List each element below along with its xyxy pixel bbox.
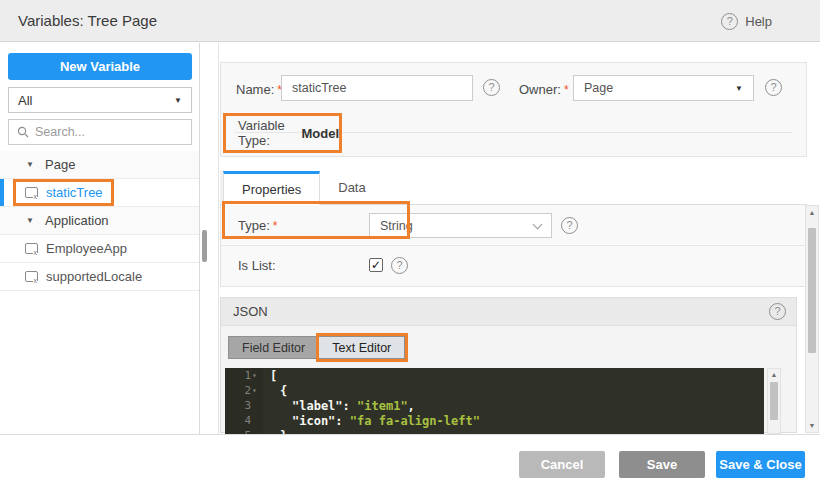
tree-group-application[interactable]: ▼ Application xyxy=(0,207,199,235)
code-line: 2▾ { xyxy=(225,383,764,398)
owner-value: Page xyxy=(584,81,613,95)
owner-select[interactable]: Page ▼ xyxy=(573,75,754,101)
panel-scrollbar-thumb[interactable] xyxy=(808,228,816,353)
tree-item-supportedlocale[interactable]: supportedLocale xyxy=(0,263,199,291)
json-title: JSON xyxy=(233,304,268,319)
caret-down-icon: ▼ xyxy=(26,216,38,225)
name-input[interactable] xyxy=(281,75,473,101)
type-value: String xyxy=(380,219,413,233)
dialog-footer: Cancel Save Save & Close xyxy=(0,434,820,491)
json-section-header: JSON xyxy=(221,298,796,326)
properties-panel: Type:* String Is List: xyxy=(220,205,807,287)
tree-group-page[interactable]: ▼ Page xyxy=(0,151,199,179)
tab-data[interactable]: Data xyxy=(320,170,383,204)
help-button[interactable]: Help xyxy=(721,0,772,42)
save-close-button[interactable]: Save & Close xyxy=(716,451,805,478)
variable-type-label: Variable Type: xyxy=(238,118,293,148)
search-icon xyxy=(17,126,29,138)
cancel-button[interactable]: Cancel xyxy=(519,451,605,478)
text-editor-highlight-box: Text Editor xyxy=(316,333,408,362)
chevron-down-icon xyxy=(533,219,543,229)
caret-down-icon: ▼ xyxy=(735,84,743,93)
editor-scrollbar-thumb[interactable] xyxy=(770,382,778,420)
variable-filter-value: All xyxy=(18,93,32,108)
variable-icon xyxy=(25,243,38,254)
save-button[interactable]: Save xyxy=(619,451,705,478)
type-row: Type:* String xyxy=(221,205,806,245)
variable-summary-form: Name:* Owner:* Page ▼ Variable Type: Mod… xyxy=(220,62,807,157)
tree-item-statictree[interactable]: staticTree xyxy=(0,179,199,207)
text-editor-button[interactable]: Text Editor xyxy=(319,336,405,359)
sidebar-scrollbar[interactable] xyxy=(202,230,207,262)
scroll-up-icon[interactable]: ▲ xyxy=(768,371,780,378)
help-label: Help xyxy=(745,14,772,29)
owner-label: Owner:* xyxy=(519,82,569,97)
variable-filter-select[interactable]: All ▼ xyxy=(8,87,192,113)
tab-properties[interactable]: Properties xyxy=(223,171,320,205)
type-help-icon[interactable] xyxy=(561,217,578,234)
variables-tree: ▼ Page staticTree ▼ Application Employee… xyxy=(0,151,199,291)
code-line: 3 "label": "item1", xyxy=(225,398,764,413)
panel-scrollbar[interactable]: ▲ ▼ xyxy=(805,205,819,433)
is-list-checkbox[interactable] xyxy=(369,258,383,272)
field-editor-button[interactable]: Field Editor xyxy=(228,336,319,359)
variable-type-highlight-box: Variable Type: Model xyxy=(223,113,342,153)
new-variable-button[interactable]: New Variable xyxy=(8,53,192,80)
sidebar-scroll-gutter xyxy=(200,43,219,491)
type-label: Type:* xyxy=(238,218,277,233)
owner-help-icon[interactable] xyxy=(765,79,782,96)
type-select[interactable]: String xyxy=(369,213,552,238)
variable-detail-panel: Name:* Owner:* Page ▼ Variable Type: Mod… xyxy=(220,43,820,491)
scroll-down-icon[interactable]: ▼ xyxy=(806,422,818,429)
detail-tabbar: Properties Data xyxy=(220,171,807,205)
scroll-up-icon[interactable]: ▲ xyxy=(806,209,818,216)
code-line: 4 "icon": "fa fa-align-left" xyxy=(225,413,764,428)
variable-type-value: Model xyxy=(301,126,339,141)
is-list-label: Is List: xyxy=(238,258,276,273)
search-box[interactable] xyxy=(8,119,192,145)
help-icon xyxy=(721,13,738,30)
is-list-help-icon[interactable] xyxy=(391,257,408,274)
page-title: Variables: Tree Page xyxy=(0,12,157,29)
variable-icon xyxy=(25,187,38,198)
name-label: Name:* xyxy=(236,82,282,97)
code-line: 1▾ [ xyxy=(225,368,764,383)
name-help-icon[interactable] xyxy=(483,79,500,96)
search-input[interactable] xyxy=(35,125,175,139)
is-list-row: Is List: xyxy=(221,245,806,285)
caret-down-icon: ▼ xyxy=(174,96,182,105)
fold-icon[interactable]: ▾ xyxy=(252,386,260,395)
selection-highlight-box: staticTree xyxy=(13,179,114,206)
tree-item-employeeapp[interactable]: EmployeeApp xyxy=(0,235,199,263)
caret-down-icon: ▼ xyxy=(26,160,38,169)
fold-icon[interactable]: ▾ xyxy=(252,371,260,380)
json-help-icon[interactable] xyxy=(769,303,786,320)
variables-sidebar: New Variable All ▼ ▼ Page staticTree ▼ A… xyxy=(0,43,200,491)
required-marker: * xyxy=(564,83,569,97)
required-marker: * xyxy=(273,219,278,233)
variable-icon xyxy=(25,271,38,282)
dialog-header: Variables: Tree Page Help xyxy=(0,0,820,42)
json-section: JSON Field Editor Text Editor 1▾ [ 2▾ { … xyxy=(220,297,797,433)
editor-scrollbar[interactable]: ▲ xyxy=(767,368,781,434)
editor-mode-toggle: Field Editor Text Editor xyxy=(228,336,405,359)
json-code-editor[interactable]: 1▾ [ 2▾ { 3 "label": "item1", 4 "icon": … xyxy=(225,368,764,434)
